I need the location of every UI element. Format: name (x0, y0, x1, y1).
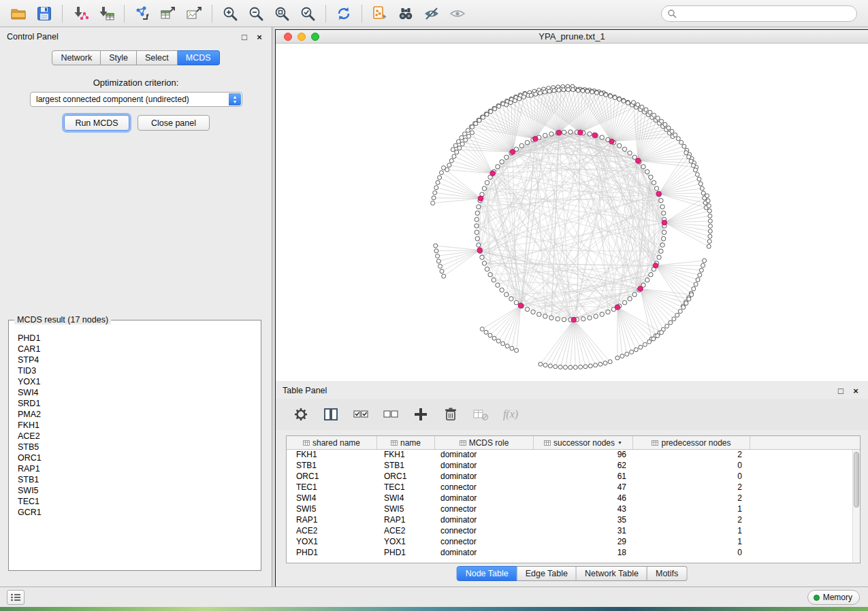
apply-layout-button[interactable] (331, 3, 357, 24)
control-panel-tabs: Network Style Select MCDS (0, 50, 272, 65)
table-row[interactable]: SWI5SWI5connector431 (287, 504, 860, 515)
toggle-annotations-button[interactable] (419, 3, 445, 24)
column-header-predecessor-nodes[interactable]: predecessor nodes (633, 436, 750, 449)
table-cell: FKH1 (287, 450, 377, 461)
table-cell: TEC1 (287, 482, 377, 493)
close-panel-icon[interactable]: × (850, 386, 861, 396)
tab-node-table[interactable]: Node Table (457, 566, 517, 581)
table-cell: 46 (534, 493, 633, 504)
float-panel-icon[interactable]: □ (239, 32, 250, 42)
delete-row-button[interactable] (442, 406, 460, 423)
table-row[interactable]: STB1STB1dominator620 (287, 461, 860, 472)
mcds-result-item[interactable]: STP4 (18, 354, 259, 365)
table-scrollbar[interactable] (852, 450, 860, 563)
add-row-button[interactable] (412, 406, 430, 423)
tab-edge-table[interactable]: Edge Table (517, 566, 577, 581)
export-network-button[interactable] (129, 3, 155, 24)
table-row[interactable]: ACE2ACE2connector311 (287, 526, 860, 537)
mcds-result-item[interactable]: STB5 (18, 442, 259, 452)
column-type-icon (303, 440, 310, 446)
mcds-result-list[interactable]: PHD1CAR1STP4TID3YOX1SWI4SRD1PMA2FKH1ACE2… (11, 330, 259, 568)
table-row[interactable]: FKH1FKH1dominator962 (287, 450, 860, 461)
tab-network-table[interactable]: Network Table (577, 566, 647, 581)
clear-table-button[interactable] (472, 406, 489, 423)
zoom-selected-button[interactable] (295, 3, 321, 24)
table-cell: 43 (534, 504, 633, 515)
mcds-result-item[interactable]: PMA2 (18, 409, 259, 420)
network-title: YPA_prune.txt_1 (276, 31, 868, 42)
table-row[interactable]: TEC1TEC1connector472 (287, 482, 860, 493)
tab-network[interactable]: Network (52, 50, 101, 65)
mcds-result-item[interactable]: SWI5 (18, 485, 259, 496)
mcds-result-item[interactable]: ORC1 (18, 452, 259, 463)
close-panel-icon[interactable]: × (254, 32, 265, 42)
tab-select[interactable]: Select (137, 50, 178, 65)
global-search[interactable] (661, 5, 857, 22)
show-hide-panel-button[interactable] (445, 3, 470, 24)
table-row[interactable]: SWI4SWI4dominator462 (287, 493, 860, 504)
mcds-result-item[interactable]: GCR1 (18, 507, 259, 518)
unchecked-boxes-icon (382, 406, 400, 423)
export-image-button[interactable] (181, 3, 207, 24)
export-table-button[interactable] (155, 3, 181, 24)
float-panel-icon[interactable]: □ (835, 386, 846, 396)
mcds-result-item[interactable]: FKH1 (18, 420, 259, 431)
column-header-shared-name[interactable]: shared name (287, 436, 377, 449)
mcds-result-item[interactable]: PHD1 (18, 333, 259, 344)
mcds-result-item[interactable]: SRD1 (18, 398, 259, 409)
table-settings-button[interactable] (292, 406, 310, 423)
network-titlebar[interactable]: YPA_prune.txt_1 (276, 30, 868, 44)
table-row[interactable]: PHD1PHD1dominator180 (287, 548, 860, 559)
table-cell: 0 (633, 461, 750, 472)
import-network-button[interactable] (67, 3, 93, 24)
table-cell: STB1 (377, 461, 435, 472)
tab-mcds[interactable]: MCDS (178, 50, 220, 65)
table-cell: dominator (435, 548, 534, 559)
mcds-result-item[interactable]: YOX1 (18, 376, 259, 387)
tab-style[interactable]: Style (101, 50, 137, 65)
mcds-result-item[interactable]: TEC1 (18, 496, 259, 507)
function-builder-button[interactable]: f(x) (502, 406, 519, 423)
mcds-result-item[interactable]: TID3 (18, 365, 259, 376)
optimization-criterion-dropdown[interactable]: largest connected component (undirected)… (30, 92, 242, 107)
search-network-button[interactable] (393, 3, 419, 24)
table-row[interactable]: RAP1RAP1dominator352 (287, 515, 860, 526)
tab-motifs[interactable]: Motifs (647, 566, 687, 581)
run-mcds-button[interactable]: Run MCDS (64, 115, 129, 131)
import-table-button[interactable] (93, 3, 119, 24)
zoom-in-button[interactable] (217, 3, 243, 24)
select-all-button[interactable] (352, 406, 370, 423)
memory-button[interactable]: Memory (807, 590, 860, 605)
save-session-button[interactable] (31, 3, 57, 24)
network-view-window: YPA_prune.txt_1 (275, 29, 868, 381)
column-header-mcds-role[interactable]: MCDS role (435, 436, 534, 449)
zoom-out-button[interactable] (243, 3, 269, 24)
column-type-icon (460, 440, 466, 446)
open-folder-icon (10, 5, 27, 22)
column-header-name[interactable]: name (377, 436, 435, 449)
open-session-button[interactable] (5, 3, 31, 24)
table-row[interactable]: ORC1ORC1dominator610 (287, 472, 860, 482)
mcds-result-item[interactable]: RAP1 (18, 463, 259, 474)
table-cell: dominator (435, 472, 534, 482)
eye-icon (449, 5, 466, 22)
mcds-result-item[interactable]: CAR1 (18, 344, 259, 354)
mcds-result-item[interactable]: ACE2 (18, 431, 259, 442)
table-cell: TEC1 (377, 482, 435, 493)
column-header-successor-nodes[interactable]: successor nodes ▼ (534, 436, 633, 449)
mcds-result-item[interactable]: STB1 (18, 474, 259, 485)
zoom-fit-button[interactable] (269, 3, 295, 24)
control-panel: Control Panel □ × Network Style Select M… (0, 27, 272, 587)
table-row[interactable]: YOX1YOX1connector291 (287, 537, 860, 548)
deselect-all-button[interactable] (382, 406, 400, 423)
table-cell: STB1 (287, 461, 377, 472)
toolbar-separator (212, 5, 212, 22)
mcds-result-item[interactable]: SWI4 (18, 387, 259, 398)
search-input[interactable] (677, 7, 856, 20)
show-columns-button[interactable] (322, 406, 340, 423)
network-canvas[interactable] (276, 44, 867, 380)
task-history-button[interactable] (7, 590, 25, 605)
table-scrollbar-thumb[interactable] (854, 452, 859, 508)
close-panel-button[interactable]: Close panel (138, 115, 210, 131)
publish-network-button[interactable] (367, 3, 393, 24)
